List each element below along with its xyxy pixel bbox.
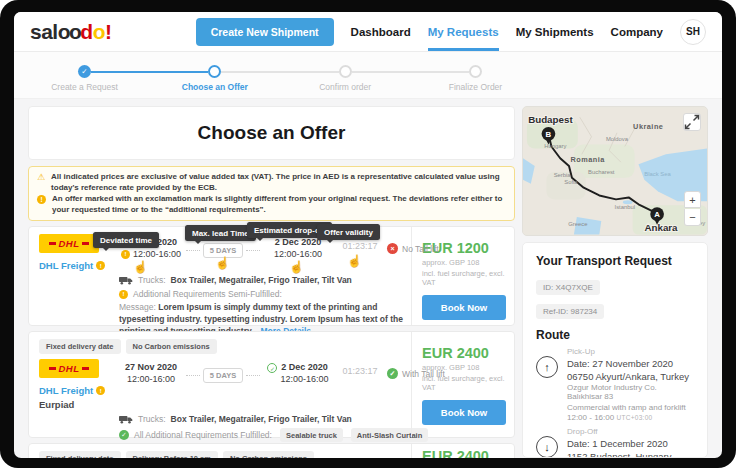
offer-details: DHL DHL Freight! Deviated time ☝ 27 Nov … bbox=[29, 227, 411, 325]
deviation-warning-icon: ! bbox=[96, 386, 105, 395]
carrier-name: DHL Freight! bbox=[39, 385, 119, 396]
step-finalize-order: Finalize Order bbox=[469, 65, 482, 78]
pickup-column: 27 Nov 2020 12:00-16:00 bbox=[119, 362, 183, 384]
map-canvas: Budapest Hungary Ukraine Moldova Romania… bbox=[523, 107, 707, 235]
price-note: incl. fuel surcharge, excl. VAT bbox=[422, 269, 508, 287]
pickup-details: Pick-Up Date: 27 November 2020 06750 Aky… bbox=[567, 347, 694, 422]
step-circle-icon[interactable] bbox=[208, 65, 221, 78]
pickup-date: 27 Nov 2020 bbox=[119, 362, 183, 372]
offer-badge: Delivery Before 10 am bbox=[126, 451, 218, 458]
cursor-hand-icon: ☝ bbox=[133, 260, 148, 274]
request-summary-column: Budapest Hungary Ukraine Moldova Romania… bbox=[522, 106, 708, 458]
route-map[interactable]: Budapest Hungary Ukraine Moldova Romania… bbox=[522, 106, 708, 236]
tail-lift-label: With Tail lift bbox=[402, 369, 445, 379]
deviation-warning-icon: ! bbox=[96, 261, 105, 270]
pickup-label: Pick-Up bbox=[567, 347, 694, 356]
tail-lift-status: ✓ With Tail lift bbox=[387, 362, 449, 379]
logo-text: d bbox=[80, 20, 92, 43]
map-zoom-in-button[interactable]: + bbox=[684, 191, 701, 208]
step-circle-icon[interactable] bbox=[469, 65, 482, 78]
marker-b-letter: B bbox=[546, 130, 552, 139]
nav-company[interactable]: Company bbox=[611, 12, 663, 51]
nav-my-shipments[interactable]: My Shipments bbox=[516, 12, 594, 51]
request-ref-row: Ref-ID: 987234 bbox=[536, 300, 694, 319]
trucks-row: Trucks: Box Trailer, Megatrailer, Frigo … bbox=[39, 275, 403, 285]
vat-notice-box: ⚠ All indicated prices are exclusive of … bbox=[28, 166, 515, 221]
dhl-logo-bar bbox=[82, 367, 89, 370]
map-fullscreen-button[interactable] bbox=[683, 113, 701, 131]
step-label: Create a Request bbox=[51, 82, 118, 92]
logo-text: o bbox=[93, 20, 105, 43]
trucks-row: Trucks: Box Trailer, Megatrailer, Frigo … bbox=[39, 414, 403, 424]
lead-dots bbox=[246, 250, 260, 251]
truck-icon bbox=[119, 415, 133, 424]
pickup-address: 06750 Akyurt/Ankara, Turkey bbox=[567, 371, 694, 382]
nav-my-requests[interactable]: My Requests bbox=[428, 12, 499, 51]
dhl-logo: DHL bbox=[39, 359, 99, 378]
trucks-value: Box Trailer, Megatrailer, Frigo Trailer,… bbox=[171, 414, 352, 424]
max-lead-time-tooltip: Max. lead Time bbox=[185, 225, 256, 241]
offer-details: Fixed delivery date Delivery Before 10 a… bbox=[29, 444, 411, 458]
header: saloodo! Create New Shipment Dashboard M… bbox=[14, 12, 722, 52]
dropoff-datetime: 2 Dec 2020 12:00-16:00 bbox=[274, 237, 322, 259]
dropoff-time: 12:00-16:00 bbox=[274, 249, 322, 259]
step-choose-offer: Choose an Offer bbox=[208, 65, 221, 78]
no-tail-lift-icon: × bbox=[387, 243, 398, 254]
offers-column: Choose an Offer ⚠ All indicated prices a… bbox=[28, 106, 515, 458]
saloodo-logo[interactable]: saloodo! bbox=[30, 20, 112, 44]
offer-badges: Fixed delivery date Delivery Before 10 a… bbox=[39, 451, 403, 458]
cursor-hand-icon: ☝ bbox=[215, 256, 230, 270]
create-new-shipment-button[interactable]: Create New Shipment bbox=[196, 18, 334, 46]
browser-frame: saloodo! Create New Shipment Dashboard M… bbox=[0, 0, 736, 468]
pickup-time: !12:00-16:00 bbox=[119, 249, 183, 259]
offer-badge: Fixed delivery date bbox=[39, 451, 121, 458]
dropoff-time: 12:00-16:00 bbox=[280, 374, 328, 384]
map-zoom-out-button[interactable]: − bbox=[684, 209, 701, 226]
map-label-budapest: Budapest bbox=[528, 114, 573, 125]
request-ref-badge: Ref-ID: 987234 bbox=[536, 304, 604, 319]
step-circle-icon[interactable] bbox=[339, 65, 352, 78]
step-connector bbox=[352, 71, 469, 73]
requirements-row: ! Additional Requirements Semi-Fulfilled… bbox=[39, 289, 403, 299]
semi-fulfilled-warning-icon: ! bbox=[119, 290, 128, 299]
notice-text: All indicated prices are exclusive of va… bbox=[51, 172, 504, 193]
logo-text: oo bbox=[58, 20, 81, 43]
step-label: Finalize Order bbox=[449, 82, 502, 92]
dropoff-stop: ↓ Drop-Off Date: 1 December 2020 1152 Bu… bbox=[536, 427, 694, 458]
lead-dots bbox=[186, 250, 200, 251]
dropoff-column: Estimated drop-off ☝ 2 Dec 2020 12:00-16… bbox=[263, 237, 333, 259]
dhl-logo-text: DHL bbox=[58, 363, 79, 374]
book-now-button[interactable]: Book Now bbox=[422, 295, 506, 320]
step-check-icon[interactable]: ✓ bbox=[78, 65, 91, 78]
map-label-sofia: Sofia bbox=[564, 179, 578, 185]
nav-dashboard[interactable]: Dashboard bbox=[351, 12, 411, 51]
pickup-arrow-icon: ↑ bbox=[536, 356, 558, 378]
company-name: Eurpiad bbox=[39, 399, 119, 410]
step-connector bbox=[221, 71, 338, 73]
map-label-ankara: Ankara bbox=[644, 222, 678, 233]
offer-price: EUR 2400 bbox=[422, 448, 508, 458]
dropoff-arrow-icon: ↓ bbox=[536, 436, 558, 458]
request-title: Your Transport Request bbox=[536, 254, 694, 268]
user-avatar[interactable]: SH bbox=[680, 19, 706, 45]
deviation-warning-icon: ! bbox=[121, 250, 130, 259]
schedule-row: Deviated time ☝ 27 Nov 2020 !12:00-16:00… bbox=[119, 234, 443, 271]
lead-time-column: 5 DAYS bbox=[183, 362, 263, 383]
dropoff-details: Drop-Off Date: 1 December 2020 1152 Buda… bbox=[567, 427, 694, 458]
map-label-ukraine: Ukraine bbox=[633, 122, 663, 131]
pickup-time-window: 12:00 - 16:00 UTC+03:00 bbox=[567, 413, 694, 422]
map-label-moldova: Moldova bbox=[606, 136, 629, 142]
offer-card-3: Fixed delivery date Delivery Before 10 a… bbox=[28, 443, 515, 458]
deviated-time-tooltip: Deviated time bbox=[93, 232, 159, 248]
offer-badges: Fixed delivery date No Carbon emissions bbox=[39, 339, 403, 354]
carrier-row: DHL DHL Freight! Deviated time ☝ 27 Nov … bbox=[39, 234, 403, 271]
carrier-row: DHL DHL Freight! Eurpiad 27 Nov 2020 12:… bbox=[39, 359, 403, 410]
step-label: Choose an Offer bbox=[182, 82, 248, 92]
notice-text: An offer marked with an exclamation mark… bbox=[52, 194, 504, 215]
lead-dots bbox=[246, 375, 260, 376]
dropoff-column: ✓ 2 Dec 2020 12:00-16:00 bbox=[263, 362, 333, 384]
map-label-black-sea: Black Sea bbox=[644, 171, 671, 177]
request-id-badge: ID: X4Q7XQE bbox=[536, 280, 600, 295]
requirements-label: All Additional Requirements Fulfilled: bbox=[134, 430, 272, 440]
exclamation-circle-icon: ! bbox=[37, 195, 46, 204]
